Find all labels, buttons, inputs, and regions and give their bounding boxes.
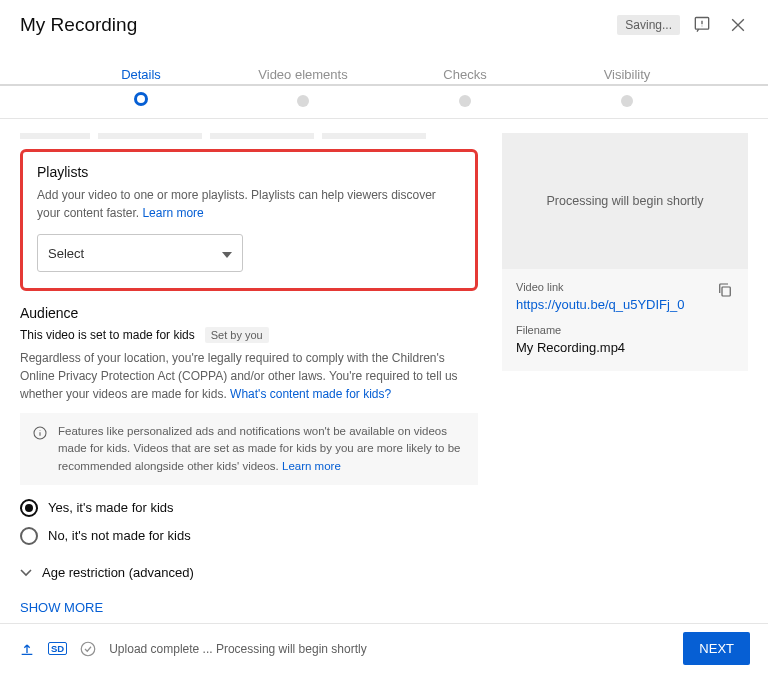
video-preview-box: Processing will begin shortly	[502, 133, 748, 269]
feedback-icon[interactable]	[692, 15, 712, 35]
saving-status-badge: Saving...	[617, 15, 680, 35]
copy-link-button[interactable]	[716, 281, 734, 299]
audience-title: Audience	[20, 305, 478, 321]
filename-value: My Recording.mp4	[516, 340, 734, 355]
radio-icon-selected	[20, 499, 38, 517]
audience-description: Regardless of your location, you're lega…	[20, 349, 478, 403]
sd-badge: SD	[48, 642, 67, 656]
step-dot	[621, 95, 633, 107]
thumbnail-placeholder	[20, 133, 90, 139]
video-link-value[interactable]: https://youtu.be/q_u5YDIFj_0	[516, 297, 708, 312]
age-restriction-label: Age restriction (advanced)	[42, 565, 194, 580]
audience-set-label: This video is set to made for kids	[20, 328, 195, 342]
stepper: Details Video elements Checks Visibility	[0, 51, 768, 119]
audience-info-text: Features like personalized ads and notif…	[58, 425, 460, 472]
playlists-learn-more-link[interactable]: Learn more	[142, 206, 203, 220]
svg-rect-2	[722, 287, 730, 296]
processing-text: Processing will begin shortly	[546, 194, 703, 208]
page-title: My Recording	[20, 14, 617, 36]
radio-made-for-kids-yes[interactable]: Yes, it's made for kids	[20, 499, 478, 517]
close-icon[interactable]	[728, 15, 748, 35]
set-by-badge: Set by you	[205, 327, 269, 343]
playlist-select-label: Select	[48, 246, 84, 261]
step-label: Video elements	[222, 67, 384, 82]
step-visibility[interactable]: Visibility	[546, 67, 708, 118]
playlist-select[interactable]: Select	[37, 234, 243, 272]
thumbnail-placeholder	[322, 133, 426, 139]
radio-icon	[20, 527, 38, 545]
playlists-desc-text: Add your video to one or more playlists.…	[37, 188, 436, 220]
dialog-footer: SD Upload complete ... Processing will b…	[0, 623, 768, 673]
step-label: Checks	[384, 67, 546, 82]
playlists-title: Playlists	[37, 164, 461, 180]
step-label: Details	[60, 67, 222, 82]
age-restriction-toggle[interactable]: Age restriction (advanced)	[20, 565, 478, 580]
step-dot	[459, 95, 471, 107]
audience-content-link[interactable]: What's content made for kids?	[230, 387, 391, 401]
video-link-label: Video link	[516, 281, 708, 293]
radio-made-for-kids-no[interactable]: No, it's not made for kids	[20, 527, 478, 545]
audience-info-link[interactable]: Learn more	[282, 460, 341, 472]
check-icon	[79, 640, 97, 658]
radio-label: No, it's not made for kids	[48, 528, 191, 543]
dialog-header: My Recording Saving...	[0, 0, 768, 51]
step-details[interactable]: Details	[60, 67, 222, 118]
thumbnail-placeholder	[210, 133, 314, 139]
upload-status-text: Upload complete ... Processing will begi…	[109, 642, 671, 656]
playlists-description: Add your video to one or more playlists.…	[37, 186, 461, 222]
audience-section: Audience This video is set to made for k…	[20, 305, 478, 635]
thumbnail-placeholder	[98, 133, 202, 139]
filename-label: Filename	[516, 324, 734, 336]
chevron-down-icon	[20, 565, 32, 580]
svg-point-3	[81, 642, 95, 656]
step-dot	[297, 95, 309, 107]
show-more-button[interactable]: SHOW MORE	[20, 600, 478, 615]
playlists-section: Playlists Add your video to one or more …	[20, 149, 478, 291]
chevron-down-icon	[222, 246, 232, 261]
audience-info-box: Features like personalized ads and notif…	[20, 413, 478, 485]
thumbnail-row	[20, 133, 478, 139]
video-meta-box: Video link https://youtu.be/q_u5YDIFj_0 …	[502, 269, 748, 371]
step-checks[interactable]: Checks	[384, 67, 546, 118]
step-label: Visibility	[546, 67, 708, 82]
step-dot-active	[134, 92, 148, 106]
step-video-elements[interactable]: Video elements	[222, 67, 384, 118]
next-button[interactable]: NEXT	[683, 632, 750, 665]
info-icon	[32, 425, 48, 441]
radio-label: Yes, it's made for kids	[48, 500, 174, 515]
upload-icon	[18, 641, 36, 657]
